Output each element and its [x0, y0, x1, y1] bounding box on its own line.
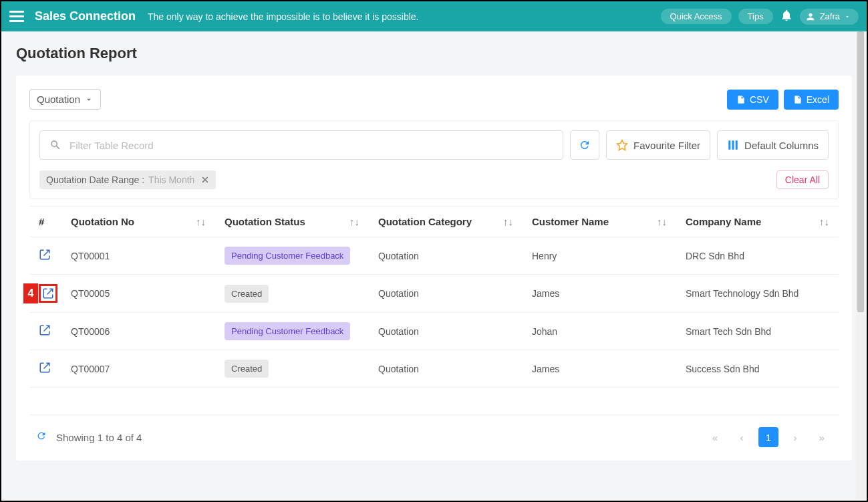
cell-quotation-no: QT00001: [61, 237, 215, 275]
chevron-down-icon: [844, 13, 851, 20]
table-row: QT00001Pending Customer FeedbackQuotatio…: [29, 237, 839, 275]
page-title: Quotation Report: [16, 45, 852, 62]
filter-chip-date-range[interactable]: Quotation Date Range : This Month ✕: [39, 170, 216, 189]
page-first-button[interactable]: «: [705, 427, 725, 447]
open-row-icon[interactable]: [42, 287, 54, 299]
page-body: Quotation Report Quotation CSV Excel: [1, 31, 867, 501]
search-input[interactable]: [69, 140, 553, 151]
chip-remove-icon[interactable]: ✕: [201, 174, 209, 185]
open-row-icon[interactable]: [39, 362, 51, 374]
page-prev-button[interactable]: ‹: [732, 427, 752, 447]
report-card: Quotation CSV Excel: [16, 76, 852, 461]
table-header-row: # Quotation No↑↓ Quotation Status↑↓ Quot…: [29, 207, 839, 237]
cell-customer: James: [523, 350, 676, 388]
tagline-text: The only way to achieve the impossible i…: [148, 11, 418, 22]
cell-status: Pending Customer Feedback: [215, 313, 369, 350]
csv-label: CSV: [750, 94, 769, 105]
page-number-current[interactable]: 1: [758, 427, 778, 447]
cell-category: Quotation: [369, 350, 523, 388]
cell-category: Quotation: [369, 275, 523, 313]
cell-customer: James: [523, 275, 676, 313]
status-badge: Created: [225, 285, 269, 303]
chip-label: Quotation Date Range :: [46, 174, 144, 185]
cell-company: Smart Tech Sdn Bhd: [676, 313, 839, 350]
status-badge: Pending Customer Feedback: [225, 322, 350, 340]
menu-icon[interactable]: [9, 11, 24, 22]
cell-quotation-no: QT00005: [61, 275, 215, 313]
cell-status: Pending Customer Feedback: [215, 237, 369, 275]
sort-icon[interactable]: ↑↓: [503, 216, 513, 227]
cell-quotation-no: QT00006: [61, 313, 215, 350]
default-columns-button[interactable]: Default Columns: [717, 130, 829, 160]
user-icon: [805, 11, 816, 22]
cell-quotation-no: QT00007: [61, 350, 215, 388]
columns-icon: [727, 139, 739, 151]
clear-all-button[interactable]: Clear All: [776, 170, 829, 189]
cell-customer: Johan: [523, 313, 676, 350]
table-row: QT00006Pending Customer FeedbackQuotatio…: [29, 313, 839, 350]
cell-customer: Henry: [523, 237, 676, 275]
page-last-button[interactable]: »: [812, 427, 832, 447]
status-badge: Created: [225, 360, 269, 378]
file-icon: [736, 95, 746, 104]
th-quotation-category[interactable]: Quotation Category↑↓: [369, 207, 523, 237]
table-row: 4QT00005CreatedQuotationJamesSmart Techn…: [29, 275, 839, 313]
search-box[interactable]: [39, 130, 563, 160]
cell-category: Quotation: [369, 237, 523, 275]
topbar: Sales Connection The only way to achieve…: [1, 1, 867, 31]
excel-label: Excel: [807, 94, 829, 105]
page-next-button[interactable]: ›: [785, 427, 805, 447]
search-icon: [49, 139, 61, 151]
pager-refresh-button[interactable]: [36, 430, 47, 444]
chevron-down-icon: [84, 95, 94, 104]
cell-status: Created: [215, 275, 369, 313]
status-badge: Pending Customer Feedback: [225, 247, 350, 265]
favourite-filter-label: Favourite Filter: [633, 140, 700, 151]
th-customer-name[interactable]: Customer Name↑↓: [523, 207, 676, 237]
user-menu[interactable]: Zafra: [800, 9, 859, 25]
tips-button[interactable]: Tips: [738, 9, 773, 24]
favourite-filter-button[interactable]: Favourite Filter: [606, 130, 710, 160]
default-columns-label: Default Columns: [744, 140, 819, 151]
export-excel-button[interactable]: Excel: [784, 90, 839, 110]
export-csv-button[interactable]: CSV: [727, 90, 778, 110]
cell-company: DRC Sdn Bhd: [676, 237, 839, 275]
th-quotation-status[interactable]: Quotation Status↑↓: [215, 207, 369, 237]
th-quotation-no[interactable]: Quotation No↑↓: [61, 207, 215, 237]
open-row-icon[interactable]: [39, 324, 51, 336]
filter-panel: Favourite Filter Default Columns Quotati…: [29, 120, 839, 199]
refresh-icon: [579, 139, 591, 151]
scrollbar[interactable]: [856, 31, 865, 499]
report-type-dropdown[interactable]: Quotation: [29, 89, 101, 110]
th-company-name[interactable]: Company Name↑↓: [676, 207, 839, 237]
th-hash: #: [29, 207, 61, 237]
user-name: Zafra: [820, 11, 840, 21]
chip-value: This Month: [148, 174, 194, 185]
bell-icon[interactable]: [780, 9, 793, 24]
star-icon: [616, 139, 628, 151]
cell-company: Smart Technology Sdn Bhd: [676, 275, 839, 313]
sort-icon[interactable]: ↑↓: [657, 216, 667, 227]
table-row: QT00007CreatedQuotationJamesSuccess Sdn …: [29, 350, 839, 388]
pagination-info: Showing 1 to 4 of 4: [56, 432, 142, 443]
cell-company: Success Sdn Bhd: [676, 350, 839, 388]
quotation-table: # Quotation No↑↓ Quotation Status↑↓ Quot…: [29, 206, 839, 388]
callout-badge: 4: [23, 283, 38, 303]
dropdown-label: Quotation: [37, 94, 80, 105]
sort-icon[interactable]: ↑↓: [819, 216, 829, 227]
sort-icon[interactable]: ↑↓: [196, 216, 206, 227]
brand-title: Sales Connection: [35, 9, 136, 23]
cell-category: Quotation: [369, 313, 523, 350]
file-icon: [793, 95, 803, 104]
pagination-bar: Showing 1 to 4 of 4 « ‹ 1 › »: [29, 414, 839, 461]
open-row-icon[interactable]: [39, 249, 51, 261]
refresh-icon: [36, 430, 47, 441]
cell-status: Created: [215, 350, 369, 388]
sort-icon[interactable]: ↑↓: [349, 216, 359, 227]
refresh-button[interactable]: [570, 130, 599, 160]
quick-access-button[interactable]: Quick Access: [661, 9, 732, 24]
